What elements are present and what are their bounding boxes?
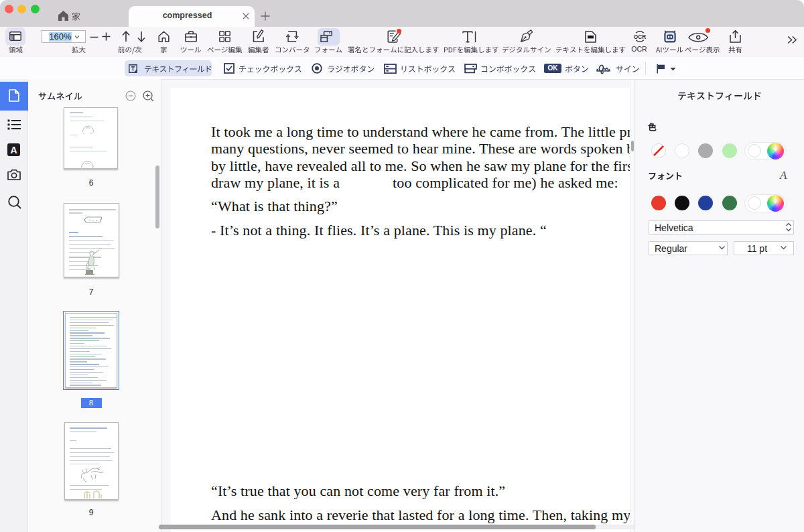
svg-text:OCR: OCR [634, 34, 646, 40]
